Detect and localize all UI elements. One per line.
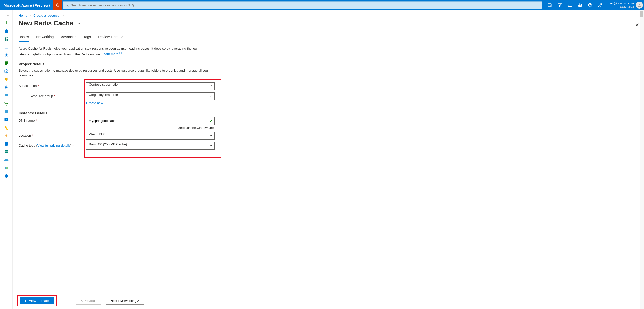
svg-point-1 xyxy=(66,4,68,6)
svg-rect-25 xyxy=(7,102,8,103)
cache-type-select[interactable]: Basic C0 (250 MB Cache) xyxy=(86,142,215,150)
project-details-heading: Project details xyxy=(19,62,238,66)
svg-rect-22 xyxy=(5,94,8,96)
bell-icon xyxy=(568,3,572,7)
scrollbar[interactable] xyxy=(640,10,644,309)
database-icon xyxy=(4,142,9,146)
required-marker: * xyxy=(54,94,55,98)
star-icon xyxy=(4,53,9,57)
cache-type-label: Cache type (View full pricing details) * xyxy=(19,142,86,147)
key-icon xyxy=(4,126,9,130)
feedback-button[interactable] xyxy=(595,0,605,10)
tab-basics[interactable]: Basics xyxy=(19,35,29,42)
dashboard-icon xyxy=(4,37,9,41)
search-input[interactable] xyxy=(71,3,540,7)
bug-icon xyxy=(55,3,60,7)
lightning-icon xyxy=(4,134,9,138)
svg-point-3 xyxy=(579,5,581,6)
nav-security[interactable] xyxy=(2,172,11,180)
location-value: West US 2 xyxy=(86,132,215,140)
nav-keys[interactable] xyxy=(2,124,11,132)
top-bar: Microsoft Azure (Preview) user@con xyxy=(0,0,644,10)
highlight-box-review: Review + create xyxy=(17,295,57,306)
breadcrumb-home[interactable]: Home xyxy=(19,14,27,17)
svg-rect-16 xyxy=(7,63,8,64)
help-button[interactable] xyxy=(585,0,595,10)
expand-nav-button[interactable] xyxy=(0,11,13,19)
external-link-icon xyxy=(119,51,122,56)
row-subscription: Subscription * Contoso subscription xyxy=(19,82,238,90)
create-new-link[interactable]: Create new xyxy=(86,101,103,105)
nav-advisor[interactable] xyxy=(2,164,11,172)
advisor-icon xyxy=(4,166,9,170)
svg-point-35 xyxy=(6,167,8,169)
nav-home[interactable] xyxy=(2,27,11,35)
svg-rect-12 xyxy=(6,61,7,63)
nav-storage[interactable] xyxy=(2,108,11,115)
row-resource-group: Resource group * wingtiptoysresources Cr… xyxy=(19,92,238,105)
nav-cosmos[interactable] xyxy=(2,148,11,156)
notifications-button[interactable] xyxy=(565,0,575,10)
svg-rect-13 xyxy=(7,61,8,63)
breadcrumb-create[interactable]: Create a resource xyxy=(33,14,59,17)
search-box[interactable] xyxy=(63,1,542,9)
nav-dashboard[interactable] xyxy=(2,35,11,43)
svg-rect-29 xyxy=(6,121,7,121)
more-button[interactable]: ··· xyxy=(76,21,80,26)
nav-favorites[interactable] xyxy=(2,51,11,59)
network-icon xyxy=(4,101,9,106)
svg-rect-9 xyxy=(6,39,8,41)
list-icon xyxy=(4,45,9,49)
title-row: New Redis Cache ··· xyxy=(19,19,238,27)
nav-all-services[interactable] xyxy=(2,43,11,51)
svg-rect-24 xyxy=(5,102,6,103)
home-icon xyxy=(4,29,9,33)
tab-networking[interactable]: Networking xyxy=(36,35,54,42)
next-button[interactable]: Next : Networking > xyxy=(106,297,144,305)
review-create-button[interactable]: Review + create xyxy=(20,297,54,304)
dns-input[interactable] xyxy=(86,117,215,125)
description: Azure Cache for Redis helps your applica… xyxy=(19,46,208,57)
nav-cloud[interactable] xyxy=(2,156,11,164)
cloud-shell-button[interactable] xyxy=(545,0,555,10)
nav-app-services[interactable] xyxy=(2,76,11,83)
learn-more-link[interactable]: Learn more xyxy=(102,52,122,56)
main-content: Home > Create a resource > New Redis Cac… xyxy=(13,10,644,309)
nav-sql[interactable] xyxy=(2,140,11,148)
resource-group-select[interactable]: wingtiptoysresources xyxy=(86,92,215,100)
nav-functions[interactable] xyxy=(2,132,11,140)
nav-create-resource[interactable] xyxy=(2,19,11,27)
vm-icon xyxy=(4,93,9,98)
settings-button[interactable] xyxy=(575,0,585,10)
svg-point-19 xyxy=(5,78,7,80)
directories-button[interactable] xyxy=(555,0,565,10)
grid-icon xyxy=(4,61,9,66)
required-marker: * xyxy=(38,84,39,88)
monitor-icon xyxy=(4,117,9,122)
pricing-details-link[interactable]: View full pricing details xyxy=(37,144,70,147)
nav-all-resources[interactable] xyxy=(2,59,11,67)
nav-monitor[interactable] xyxy=(2,116,11,123)
scrollbar-thumb[interactable] xyxy=(640,11,643,17)
subscription-label: Subscription * xyxy=(19,82,86,88)
tab-tags[interactable]: Tags xyxy=(84,35,91,42)
close-icon xyxy=(635,23,639,27)
nav-load-balancers[interactable] xyxy=(2,100,11,107)
resource-group-value: wingtiptoysresources xyxy=(86,92,215,100)
preview-bug-button[interactable] xyxy=(53,0,62,10)
svg-point-0 xyxy=(56,4,58,6)
tab-advanced[interactable]: Advanced xyxy=(61,35,76,42)
close-button[interactable] xyxy=(635,23,639,28)
dns-input-wrap xyxy=(86,117,215,125)
account-button[interactable]: user@contoso.com CONTOSO xyxy=(605,2,644,9)
nav-vm[interactable] xyxy=(2,92,11,99)
person-icon xyxy=(637,3,642,7)
location-select[interactable]: West US 2 xyxy=(86,132,215,140)
tab-review[interactable]: Review + create xyxy=(98,35,124,42)
dns-label: DNS name * xyxy=(19,117,86,122)
subscription-select[interactable]: Contoso subscription xyxy=(86,82,215,90)
nav-resource-groups[interactable] xyxy=(2,68,11,75)
row-dns: DNS name * .redis.cache.windows.net xyxy=(19,117,238,130)
nav-quickstart[interactable] xyxy=(2,84,11,91)
svg-rect-15 xyxy=(6,63,7,64)
